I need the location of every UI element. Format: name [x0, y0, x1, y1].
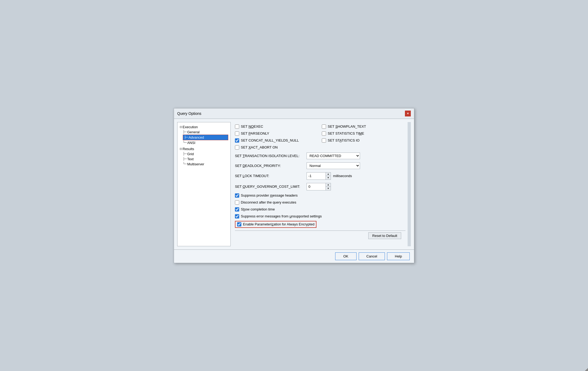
enable-parameterization-highlighted: Enable Parameterization for Always Encry…	[235, 221, 316, 228]
query-governor-up[interactable]: ▲	[326, 183, 331, 187]
reset-container: Reset to Default	[235, 232, 405, 241]
query-governor-input-group: ▲ ▼	[307, 183, 331, 190]
enable-parameterization-row: Enable Parameterization for Always Encry…	[237, 222, 314, 226]
transaction-isolation-label: SET TRANSACTION ISOLATION LEVEL:	[235, 154, 304, 158]
deadlock-priority-row: SET DEADLOCK_PRIORITY: Low Normal High	[235, 161, 405, 171]
tree-item-multiserver[interactable]: └─ Multiserver	[183, 162, 228, 167]
connector-icon: ├─	[183, 157, 187, 161]
set-statistics-time-checkbox[interactable]	[322, 131, 326, 136]
lock-timeout-up[interactable]: ▲	[326, 173, 331, 176]
set-xact-abort-label: SET XACT_ABORT ON	[241, 145, 278, 149]
tree-item-advanced[interactable]: ├─ Advanced	[183, 135, 228, 140]
checkbox-row-2: SET PARSEONLY SET STATISTICS TIME	[235, 130, 405, 137]
tree-item-label: Grid	[187, 152, 194, 156]
transaction-isolation-row: SET TRANSACTION ISOLATION LEVEL: READ UN…	[235, 151, 405, 161]
milliseconds-label: milliseconds	[333, 174, 352, 178]
tree-item-general[interactable]: ├─ General	[183, 130, 228, 135]
tree-item-grid[interactable]: ├─ Grid	[183, 151, 228, 157]
lock-timeout-spinners: ▲ ▼	[326, 173, 331, 179]
set-parseonly-row: SET PARSEONLY	[235, 130, 319, 137]
set-noexec-checkbox[interactable]	[235, 124, 239, 129]
query-governor-label: SET QUERY_GOVERNOR_COST_LIMIT:	[235, 185, 304, 189]
show-completion-checkbox[interactable]	[235, 207, 239, 212]
query-governor-row: SET QUERY_GOVERNOR_COST_LIMIT: ▲ ▼	[235, 181, 405, 192]
lock-timeout-input[interactable]	[307, 173, 326, 179]
disconnect-after-row: Disconnect after the query executes	[235, 199, 405, 206]
transaction-isolation-select[interactable]: READ UNCOMMITTED READ COMMITTED REPEATAB…	[307, 153, 360, 159]
close-button[interactable]: ×	[405, 111, 411, 116]
set-noexec-label: SET NOEXEC	[241, 124, 263, 128]
set-concat-null-row: SET CONCAT_NULL_YIELDS_NULL	[235, 137, 319, 144]
tree-item-text[interactable]: ├─ Text	[183, 157, 228, 162]
set-noexec-row: SET NOEXEC	[235, 123, 319, 130]
tree-item-label: Execution	[183, 125, 198, 129]
dialog-title: Query Options	[177, 111, 201, 116]
set-showplan-checkbox[interactable]	[322, 124, 326, 129]
set-concat-null-label: SET CONCAT_NULL_YIELDS_NULL	[241, 138, 299, 142]
suppress-errors-row: Suppress error messages from unsupported…	[235, 213, 405, 220]
set-xact-abort-checkbox[interactable]	[235, 145, 239, 150]
deadlock-priority-label: SET DEADLOCK_PRIORITY:	[235, 164, 304, 168]
tree-item-label: Results	[183, 147, 194, 151]
show-completion-row: Show completion time	[235, 206, 405, 213]
suppress-headers-row: Suppress provider message headers	[235, 192, 405, 199]
disconnect-after-label: Disconnect after the query executes	[241, 200, 296, 204]
suppress-headers-checkbox[interactable]	[235, 193, 239, 198]
tree-item-label: Multiserver	[187, 162, 204, 166]
reset-button[interactable]: Reset to Default	[368, 232, 401, 239]
set-statistics-io-row: SET STATISTICS IO	[322, 137, 405, 144]
connector-icon: ├─	[183, 152, 187, 156]
tree-item-label: ANSI	[187, 141, 195, 145]
title-bar: Query Options ×	[174, 108, 414, 119]
lock-timeout-label: SET LOCK TIMEOUT:	[235, 174, 304, 178]
query-options-dialog: Query Options × ⊟ Execution ├─ General ├…	[174, 108, 414, 263]
set-showplan-row: SET SHOWPLAN_TEXT	[322, 123, 405, 130]
checkbox-row-1: SET NOEXEC SET SHOWPLAN_TEXT	[235, 123, 405, 130]
show-completion-label: Show completion time	[241, 207, 275, 211]
expand-icon: ⊟	[180, 125, 182, 129]
disconnect-after-checkbox[interactable]	[235, 200, 239, 205]
tree-item-ansi[interactable]: └─ ANSI	[183, 140, 228, 145]
resize-handle[interactable]	[585, 368, 588, 371]
enable-parameterization-checkbox[interactable]	[237, 222, 241, 226]
tree-item-label: Text	[187, 157, 194, 161]
dialog-body: ⊟ Execution ├─ General ├─ Advanced └─ AN…	[174, 119, 414, 249]
set-statistics-time-label: SET STATISTICS TIME	[328, 131, 364, 135]
set-statistics-time-row: SET STATISTICS TIME	[322, 130, 405, 137]
connector-icon: └─	[183, 162, 187, 166]
tree-panel: ⊟ Execution ├─ General ├─ Advanced └─ AN…	[177, 122, 231, 246]
help-button[interactable]: Help	[387, 252, 410, 260]
set-xact-abort-row: SET XACT_ABORT ON	[235, 144, 405, 151]
expand-icon: ⊟	[180, 147, 182, 151]
bottom-buttons: OK Cancel Help	[174, 249, 414, 263]
connector-icon: ├─	[183, 130, 187, 134]
cancel-button[interactable]: Cancel	[359, 252, 385, 260]
divider	[235, 231, 405, 231]
checkbox-row-3: SET CONCAT_NULL_YIELDS_NULL SET STATISTI…	[235, 137, 405, 144]
connector-icon: ├─	[184, 135, 188, 139]
enable-parameterization-label: Enable Parameterization for Always Encry…	[243, 222, 314, 226]
query-governor-down[interactable]: ▼	[326, 187, 331, 190]
deadlock-priority-select[interactable]: Low Normal High	[307, 162, 360, 169]
tree-item-results[interactable]: ⊟ Results	[180, 146, 228, 151]
scroll-content: SET NOEXEC SET SHOWPLAN_TEXT SET PARSEON…	[233, 122, 411, 246]
lock-timeout-input-group: ▲ ▼	[307, 172, 331, 180]
tree-item-label: General	[187, 130, 199, 134]
suppress-errors-label: Suppress error messages from unsupported…	[241, 214, 322, 218]
lock-timeout-row: SET LOCK TIMEOUT: ▲ ▼ milliseconds	[235, 171, 405, 181]
set-concat-null-checkbox[interactable]	[235, 138, 239, 143]
set-statistics-io-label: SET STATISTICS IO	[328, 138, 359, 142]
set-statistics-io-checkbox[interactable]	[322, 138, 326, 143]
connector-icon: └─	[183, 141, 187, 145]
set-showplan-label: SET SHOWPLAN_TEXT	[328, 124, 366, 128]
tree-item-execution[interactable]: ⊟ Execution	[180, 124, 228, 130]
tree-item-label: Advanced	[188, 135, 204, 139]
lock-timeout-down[interactable]: ▼	[326, 176, 331, 179]
suppress-headers-label: Suppress provider message headers	[241, 193, 297, 197]
ok-button[interactable]: OK	[335, 252, 357, 260]
suppress-errors-checkbox[interactable]	[235, 214, 239, 218]
query-governor-spinners: ▲ ▼	[326, 183, 331, 190]
query-governor-input[interactable]	[307, 183, 326, 190]
content-panel: SET NOEXEC SET SHOWPLAN_TEXT SET PARSEON…	[233, 122, 411, 246]
set-parseonly-checkbox[interactable]	[235, 131, 239, 136]
